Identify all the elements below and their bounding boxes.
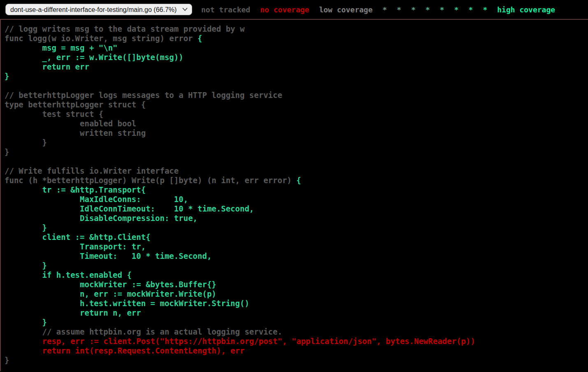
code-segment: // Write fulfills io.Writer interface: [5, 166, 179, 175]
code-segment: DisableCompression: true,: [5, 214, 198, 223]
code-segment: // assume httpbin.org is an actual loggi…: [5, 327, 282, 336]
source-code: // logg writes msg to the data stream pr…: [1, 20, 588, 365]
code-line: MaxIdleConns: 10,: [5, 195, 588, 204]
code-line: h.test.written = mockWriter.String(): [5, 299, 588, 308]
code-line: tr := &http.Transport{: [5, 185, 588, 195]
code-segment: client := &http.Client{: [5, 232, 151, 242]
code-line: test struct {: [5, 109, 588, 119]
code-line: }: [5, 223, 588, 232]
code-segment: h.test.written = mockWriter.String(): [5, 299, 249, 308]
code-line: type betterhttpLogger struct {: [5, 100, 588, 109]
code-segment: return err: [5, 62, 89, 71]
code-line: // betterhttpLogger logs messages to a H…: [5, 91, 588, 100]
code-line: DisableCompression: true,: [5, 214, 588, 223]
code-line: }: [5, 318, 588, 327]
code-segment: msg = msg + "\n": [5, 43, 118, 52]
code-line: Timeout: 10 * time.Second,: [5, 251, 588, 261]
legend-cov1: low coverage: [319, 5, 372, 14]
code-line: func (h *betterhttpLogger) Write(p []byt…: [5, 176, 588, 185]
code-line: // Write fulfills io.Writer interface: [5, 166, 588, 176]
code-line: }: [5, 72, 588, 81]
legend-nt: not tracked: [201, 5, 250, 14]
code-segment: enabled bool: [5, 119, 136, 128]
code-segment: return n, err: [5, 308, 141, 317]
code-segment: type betterhttpLogger struct {: [5, 100, 146, 109]
code-line: }: [5, 138, 588, 147]
legend-cov2: *: [382, 5, 387, 14]
code-line: mockWriter := &bytes.Buffer{}: [5, 280, 588, 289]
code-segment: written string: [5, 128, 146, 137]
code-line: [5, 81, 588, 91]
code-segment: return int(resp.Request.ContentLength), …: [5, 346, 244, 355]
code-line: return int(resp.Request.ContentLength), …: [5, 346, 588, 356]
code-segment: if h.test.enabled {: [5, 270, 132, 279]
legend-cov3: *: [397, 5, 401, 14]
legend-cov8: *: [469, 5, 473, 14]
file-select-wrap: dont-use-a-different-interface-for-testi…: [5, 4, 192, 15]
code-segment: func (h *betterhttpLogger) Write(p []byt…: [5, 176, 296, 185]
code-line: return n, err: [5, 308, 588, 318]
code-segment: {: [198, 34, 202, 43]
legend-cov6: *: [440, 5, 444, 14]
code-line: client := &http.Client{: [5, 232, 588, 242]
code-line: // logg writes msg to the data stream pr…: [5, 24, 588, 34]
code-line: resp, err := client.Post("https://httpbi…: [5, 337, 588, 346]
code-segment: _, err := w.Write([]byte(msg)): [5, 53, 184, 62]
code-segment: {: [296, 176, 301, 185]
code-line: msg = msg + "\n": [5, 43, 588, 53]
topbar: dont-use-a-different-interface-for-testi…: [0, 0, 588, 20]
code-line: [5, 157, 588, 166]
code-segment: // betterhttpLogger logs messages to a H…: [5, 91, 282, 100]
code-content: // logg writes msg to the data stream pr…: [0, 20, 588, 371]
code-line: written string: [5, 128, 588, 138]
code-segment: Timeout: 10 * time.Second,: [5, 251, 211, 260]
code-segment: }: [5, 138, 47, 147]
legend-cov4: *: [411, 5, 416, 14]
coverage-legend: not trackedno coveragelow coverage******…: [201, 5, 555, 14]
code-line: }: [5, 261, 588, 270]
code-segment: }: [5, 72, 9, 81]
code-segment: Transport: tr,: [5, 242, 146, 251]
code-line: enabled bool: [5, 119, 588, 128]
code-segment: tr := &http.Transport{: [5, 185, 146, 194]
code-segment: mockWriter := &bytes.Buffer{}: [5, 280, 216, 289]
code-segment: n, err := mockWriter.Write(p): [5, 289, 216, 298]
legend-cov5: *: [425, 5, 430, 14]
code-line: n, err := mockWriter.Write(p): [5, 289, 588, 299]
file-select[interactable]: dont-use-a-different-interface-for-testi…: [5, 4, 192, 15]
code-segment: }: [5, 223, 47, 232]
code-line: if h.test.enabled {: [5, 270, 588, 280]
code-line: Transport: tr,: [5, 242, 588, 251]
code-segment: // logg writes msg to the data stream pr…: [5, 24, 244, 33]
code-segment: }: [5, 147, 9, 156]
legend-cov0: no coverage: [260, 5, 309, 14]
code-line: // assume httpbin.org is an actual loggi…: [5, 327, 588, 337]
code-line: IdleConnTimeout: 10 * time.Second,: [5, 204, 588, 214]
code-line: return err: [5, 62, 588, 72]
code-line: }: [5, 147, 588, 157]
code-segment: }: [5, 261, 47, 270]
code-line: func logg(w io.Writer, msg string) error…: [5, 34, 588, 43]
code-segment: MaxIdleConns: 10,: [5, 195, 188, 204]
legend-cov7: *: [454, 5, 459, 14]
code-segment: resp, err := client.Post("https://httpbi…: [5, 337, 475, 346]
code-line: }: [5, 356, 588, 365]
code-segment: }: [5, 318, 47, 327]
code-segment: IdleConnTimeout: 10 * time.Second,: [5, 204, 254, 213]
code-segment: }: [5, 356, 9, 365]
code-segment: func logg(w io.Writer, msg string) error: [5, 34, 198, 43]
code-segment: test struct {: [5, 109, 103, 119]
legend-cov9: *: [483, 5, 487, 14]
legend-cov10: high coverage: [497, 5, 555, 14]
code-line: _, err := w.Write([]byte(msg)): [5, 53, 588, 62]
